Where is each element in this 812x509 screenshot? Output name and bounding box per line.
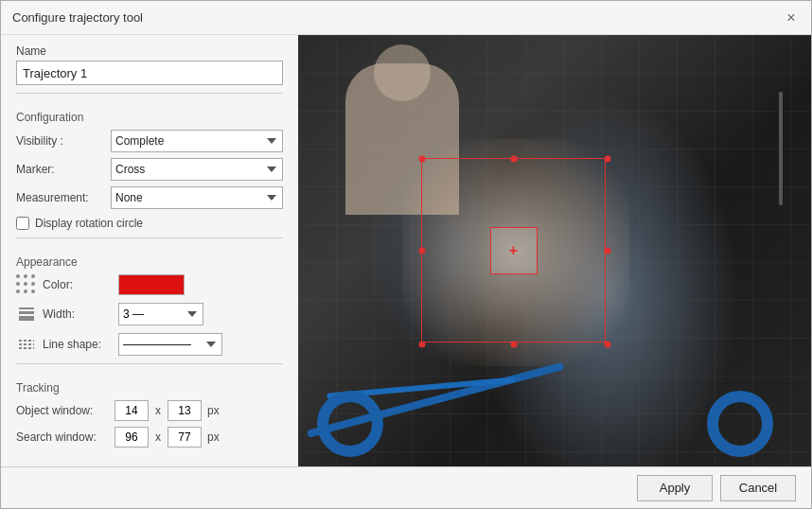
appearance-section: Appearance Color: (16, 237, 283, 356)
left-panel: Name Configuration Visibility : Complete… (1, 35, 298, 466)
color-label: Color: (43, 278, 118, 291)
line-dashes-icon (19, 340, 34, 349)
marker-row: Marker: Cross Circle Square (16, 158, 283, 181)
width-row: Width: 1 2 3 — 4 5 (16, 303, 283, 325)
corner-tm (510, 156, 517, 163)
rotation-circle-checkbox[interactable] (16, 217, 29, 230)
search-window-unit: px (207, 430, 220, 444)
visibility-select[interactable]: Complete Partial None (111, 130, 283, 152)
measurement-select[interactable]: None Distance Angle (111, 186, 283, 209)
title-bar: Configure trajectory tool × (1, 1, 811, 35)
bike-scene: + (298, 35, 811, 466)
appearance-label: Appearance (16, 255, 283, 269)
tracking-label: Tracking (16, 381, 283, 395)
content-area: Name Configuration Visibility : Complete… (1, 35, 811, 466)
width-lines-icon (19, 307, 34, 321)
visibility-label: Visibility : (16, 134, 111, 148)
configuration-label: Configuration (16, 111, 283, 124)
apply-button[interactable]: Apply (637, 475, 713, 501)
marker-label: Marker: (16, 163, 111, 176)
line-shape-row: Line shape: —————— - - - - - · · · · · (16, 333, 283, 356)
name-section: Name (16, 44, 283, 85)
object-window-w-input[interactable] (115, 400, 149, 421)
object-window-x: x (155, 404, 161, 417)
configuration-section: Configuration Visibility : Complete Part… (16, 93, 283, 230)
tracking-section: Tracking Object window: x px Search wind… (16, 363, 283, 448)
search-window-h-input[interactable] (168, 427, 202, 448)
rider-head (374, 44, 431, 101)
name-input[interactable] (16, 61, 283, 85)
corner-br (605, 342, 611, 348)
search-window-row: Search window: x px (16, 427, 283, 448)
cancel-button[interactable]: Cancel (720, 475, 796, 501)
corner-mr (605, 247, 611, 254)
object-window-unit: px (207, 404, 220, 417)
object-window-label: Object window: (16, 404, 111, 417)
corner-bm (510, 342, 517, 348)
width-select[interactable]: 1 2 3 — 4 5 (118, 303, 203, 325)
rotation-circle-row: Display rotation circle (16, 217, 283, 230)
measurement-row: Measurement: None Distance Angle (16, 186, 283, 209)
line-shape-icon (16, 340, 37, 349)
corner-bl (419, 342, 426, 348)
wheel-left (317, 391, 383, 457)
corner-ml (419, 247, 426, 254)
tracking-outer-box: + (421, 158, 606, 342)
width-icon (16, 307, 37, 321)
color-dots-icon (16, 274, 37, 295)
tracking-inner-box: + (490, 227, 538, 274)
object-window-h-input[interactable] (168, 400, 202, 421)
configure-trajectory-dialog: Configure trajectory tool × Name Configu… (0, 0, 812, 509)
color-icon (16, 274, 37, 295)
wheel-right (707, 391, 773, 457)
line-shape-label: Line shape: (43, 338, 118, 351)
search-window-label: Search window: (16, 430, 111, 444)
search-window-w-input[interactable] (115, 427, 149, 448)
footer: Apply Cancel (1, 466, 811, 508)
line-shape-select[interactable]: —————— - - - - - · · · · · (118, 333, 222, 356)
name-label: Name (16, 44, 283, 58)
dialog-title: Configure trajectory tool (12, 10, 143, 25)
visibility-row: Visibility : Complete Partial None (16, 130, 283, 152)
width-label: Width: (43, 307, 118, 321)
rotation-circle-label: Display rotation circle (35, 217, 143, 230)
marker-select[interactable]: Cross Circle Square (111, 158, 283, 181)
color-row: Color: (16, 274, 283, 295)
color-picker[interactable] (118, 274, 185, 295)
object-window-row: Object window: x px (16, 400, 283, 421)
close-button[interactable]: × (783, 9, 800, 26)
corner-tl (419, 156, 426, 163)
measurement-label: Measurement: (16, 191, 111, 204)
scene-panel: + (298, 35, 811, 466)
corner-tr (605, 156, 611, 163)
cable (779, 92, 783, 205)
crosshair-icon: + (509, 243, 518, 258)
search-window-x: x (155, 430, 161, 444)
